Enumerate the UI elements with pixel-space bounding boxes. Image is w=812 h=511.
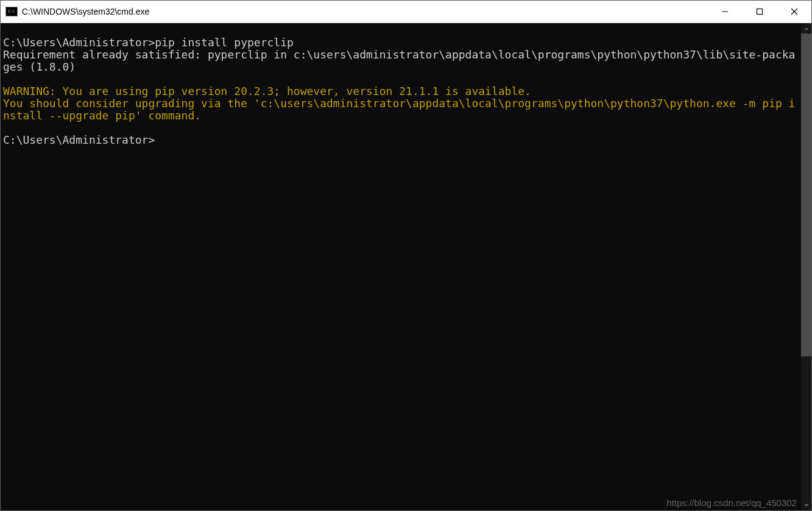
titlebar[interactable]: C:\WINDOWS\system32\cmd.exe (1, 1, 811, 23)
svg-marker-4 (804, 27, 809, 30)
scroll-thumb[interactable] (801, 33, 811, 356)
cmd-icon (5, 7, 18, 16)
terminal-output[interactable]: C:\Users\Administrator>pip install pyper… (1, 23, 801, 510)
warning-line-1: WARNING: You are using pip version 20.2.… (3, 85, 531, 97)
chevron-up-icon (804, 27, 809, 30)
close-button[interactable] (777, 1, 811, 23)
close-icon (791, 8, 798, 15)
window-controls (707, 1, 811, 23)
svg-rect-1 (757, 9, 762, 15)
prompt-line: C:\Users\Administrator>pip install pyper… (3, 36, 294, 49)
scroll-down-arrow[interactable] (801, 500, 811, 510)
maximize-icon (756, 8, 763, 15)
chevron-down-icon (804, 504, 809, 507)
minimize-icon (721, 8, 729, 15)
watermark-text: https://blog.csdn.net/qq_450302 (666, 498, 797, 508)
svg-marker-5 (804, 504, 809, 507)
minimize-button[interactable] (707, 1, 742, 23)
maximize-button[interactable] (742, 1, 777, 23)
prompt-2: C:\Users\Administrator> (3, 133, 155, 146)
cmd-window: C:\WINDOWS\system32\cmd.exe C:\Users\Adm… (0, 0, 812, 511)
output-satisfied: Requirement already satisfied: pyperclip… (3, 48, 795, 73)
prompt-1: C:\Users\Administrator> (3, 36, 155, 49)
scroll-up-arrow[interactable] (801, 23, 811, 33)
command-1: pip install pyperclip (155, 36, 294, 49)
warning-line-2: You should consider upgrading via the 'c… (3, 97, 795, 122)
vertical-scrollbar[interactable] (801, 23, 811, 510)
window-title: C:\WINDOWS\system32\cmd.exe (22, 7, 707, 16)
terminal-container: C:\Users\Administrator>pip install pyper… (1, 23, 811, 510)
